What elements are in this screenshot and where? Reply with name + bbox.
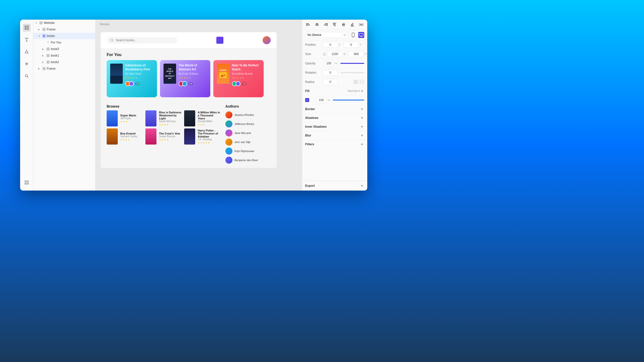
device-select[interactable]: No Device [305,32,348,38]
stars-harry: ★ ★ ★ ★ ★ [198,142,220,144]
shadows-add-btn[interactable]: + [360,116,364,120]
authors-section: Authors Jessica Rhodes Jefferson Bricks [225,104,271,165]
book1-icon [46,54,50,57]
desktop-view-btn[interactable] [358,32,364,38]
filters-section-header[interactable]: Filters + [302,140,367,149]
author-jefferson[interactable]: Jefferson Bricks [225,119,271,128]
pen-tool[interactable] [23,60,31,68]
align-left-btn[interactable] [305,22,311,28]
author-jane[interactable]: Jane McLane [225,128,271,138]
size-h-input[interactable] [349,51,364,57]
size-label: Size [305,52,323,56]
author-jorn[interactable]: Jorn van Dijk [225,138,271,147]
opacity-input[interactable] [324,60,334,66]
stars-crow: ★ ★ ★ ★ [159,139,182,141]
list-item-million[interactable]: A Million Miles in a Thousand Years Dona… [184,110,220,126]
inner-shadows-section-header[interactable]: Inner Shadows + [302,122,367,131]
svg-rect-24 [47,49,48,50]
layer-item-book3[interactable]: ▶ book3 [33,46,95,52]
rotation-slider[interactable] [341,72,364,73]
search-tool[interactable] [23,72,31,80]
book-card-huck[interactable]: Adventures of Huckleberry Finn By Mark T… [107,60,157,97]
shadows-section-header[interactable]: Shadows + [302,114,367,122]
list-item-mario[interactable]: Super Mario Jeff Ryan ★ ★ ★ [107,110,143,126]
star2: ★ [128,77,130,79]
svg-rect-54 [342,25,345,25]
author-jessica[interactable]: Jessica Rhodes [225,110,271,119]
book1-label: book1 [51,54,59,57]
export-label: Export [305,184,315,188]
align-bottom-btn[interactable] [349,22,355,28]
avatar-count-huck: +4 [135,82,140,85]
position-y-input[interactable] [344,42,359,48]
layer-item-frame1[interactable]: ▶ Frame [33,26,95,33]
search-input[interactable] [116,38,166,42]
fill-opacity-input[interactable] [316,97,326,103]
layer-panel: ▼ Website ▶ Fr [33,20,96,191]
export-add-btn[interactable]: + [360,184,364,188]
layer-item-book2[interactable]: ▶ book2 [33,59,95,65]
books-label: books [47,34,55,38]
fill-slider[interactable] [333,100,364,101]
frame-tool[interactable] [23,24,31,32]
list-item-crow[interactable]: The Crow's Vow Susan Briscoe ★ ★ ★ ★ [145,128,182,145]
radius-uniform-btn[interactable] [353,79,358,84]
layer-item-for-you[interactable]: ▶ T For You [33,39,95,46]
filters-add-btn[interactable]: + [360,142,364,147]
star4: ★ [133,77,135,79]
border-add-btn[interactable]: + [360,107,364,111]
svg-rect-51 [333,23,336,23]
svg-rect-0 [25,26,26,27]
fill-add-btn[interactable]: + [360,89,364,93]
layer-arrow-website: ▼ [35,22,38,24]
svg-rect-7 [27,181,28,182]
search-bar[interactable] [107,37,177,43]
text-tool[interactable] [23,36,31,44]
layer-item-website[interactable]: ▼ Website [33,20,95,26]
book-card-abstract[interactable]: THEWORLDOFABSTRACTART The World of Abstr… [160,60,210,97]
layer-item-books[interactable]: ▼ books [33,33,95,39]
mini-avatar-a2 [182,81,187,86]
opacity-slider[interactable] [340,63,364,64]
svg-rect-2 [25,28,26,29]
align-middle-btn[interactable] [341,22,347,28]
align-top-btn[interactable] [332,22,338,28]
book-info-dutch: How To Be Perfect Dutch By Kathian Brand… [232,64,260,94]
position-x-input[interactable] [323,42,338,48]
fill-color-swatch[interactable] [311,98,315,102]
shape-tool[interactable] [23,48,31,56]
svg-rect-46 [325,23,328,24]
fill-section-header[interactable]: Fill Normal ▾ + [302,87,367,96]
svg-rect-13 [41,23,42,24]
radius-input[interactable] [323,79,338,85]
list-item-boy[interactable]: Boy Erased Garrard Conley ★ ★ ★ ★ [107,128,143,145]
author-benjamin[interactable]: Benjamin den Boer [225,156,271,165]
border-section-header[interactable]: Border + [302,105,367,114]
author-krijn[interactable]: Krijn Rijshouwer [225,147,271,156]
size-w-input[interactable] [327,51,342,57]
avatar-count-abstract: +4 [188,82,193,85]
star1: ★ [125,77,127,79]
mobile-view-btn[interactable] [350,32,356,38]
list-item-blue[interactable]: Blue is Darkness Weakened by Light Sarah… [145,110,182,126]
book-card-dutch[interactable]: Dutch [213,60,264,97]
grid-tool[interactable] [23,178,31,187]
ls5: ★ [208,142,210,144]
layer-item-frame2[interactable]: ▶ Frame [33,65,95,72]
ls1: ★ [198,142,200,144]
radius-individual-btn[interactable] [359,79,364,84]
inner-shadows-add-btn[interactable]: + [360,124,364,129]
align-right-btn[interactable] [323,22,329,28]
fill-checkbox[interactable] [305,98,309,102]
layer-item-book1[interactable]: ▶ book1 [33,52,95,59]
design-preview: For You Adventures [101,32,277,168]
distribute-h-btn[interactable] [358,22,364,28]
blur-section-header[interactable]: Blur + [302,131,367,140]
list-item-harry[interactable]: Harry Potter - The Prisoner of Azkaban J… [184,128,220,145]
book3-icon [46,47,50,51]
align-center-h-btn[interactable] [314,22,320,28]
layer-arrow-frame2: ▶ [38,68,41,70]
for-you-section: For You Adventures [101,49,277,101]
rotation-input[interactable] [323,70,338,76]
blur-add-btn[interactable]: + [360,133,364,138]
